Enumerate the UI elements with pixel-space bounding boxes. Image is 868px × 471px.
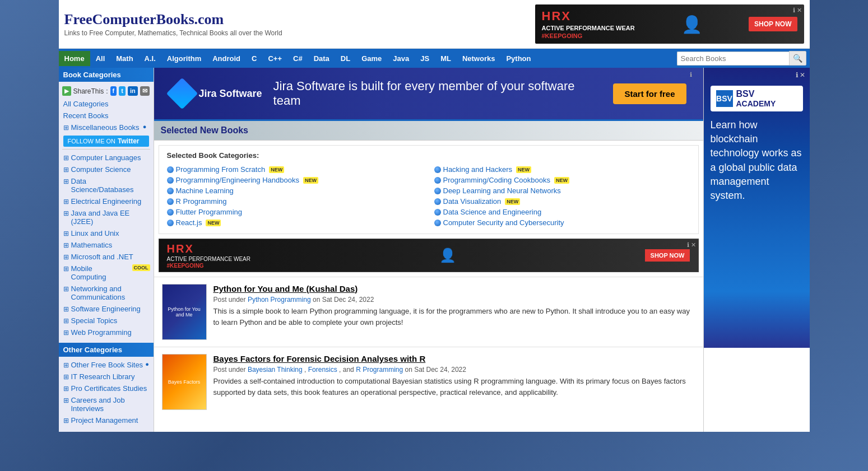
book-cover-python[interactable]: Python for You and Me [162,284,207,340]
python-category-link[interactable]: Python Programming [248,296,311,304]
nav-java[interactable]: Java [387,51,415,66]
cat-link[interactable]: Programming/Coding Cookbooks [443,176,550,184]
linux-link[interactable]: Linux and Unix [71,229,119,237]
other-free-sites-link[interactable]: Other Free Book Sites [71,361,143,369]
sidebar-item-linux[interactable]: ⊞ Linux and Unix [59,227,154,239]
cat-hacking[interactable]: Hacking and Hackers NEW [434,164,690,175]
info-dot2[interactable]: ● [145,361,149,367]
sidebar-item-special-topics[interactable]: ⊞ Special Topics [59,315,154,327]
jira-cta-button[interactable]: Start for free [613,83,686,104]
cat-data-science-engineering[interactable]: Data Science and Engineering [434,207,690,217]
sidebar-item-miscellaneous-books[interactable]: ⊞ Miscellaneous Books ● [59,122,154,133]
inner-ad-info-icon[interactable]: ℹ [687,241,689,249]
nav-python[interactable]: Python [500,51,536,66]
linkedin-icon[interactable]: in [128,86,138,96]
mobile-computing-link[interactable]: Mobile Computing [71,264,129,281]
cat-link[interactable]: Programming From Scratch [176,165,266,174]
twitter-icon[interactable]: t [119,86,126,96]
java-link[interactable]: Java and Java EE (J2EE) [71,209,150,226]
cat-flutter[interactable]: Flutter Programming [167,207,423,217]
it-research-link[interactable]: IT Research Library [71,372,135,381]
sidebar-item-it-research[interactable]: ⊞ IT Research Library [59,371,154,383]
nav-home[interactable]: Home [59,51,90,66]
right-ad-close-icon[interactable]: ✕ [800,71,805,79]
sidebar-item-software-engineering[interactable]: ⊞ Software Engineering [59,303,154,315]
sidebar-item-computer-science[interactable]: ⊞ Computer Science [59,164,154,175]
ad-info-icon[interactable]: ℹ [793,7,795,14]
sidebar-item-web-programming[interactable]: ⊞ Web Programming [59,327,154,338]
sidebar-item-electrical-engineering[interactable]: ⊞ Electrical Engineering [59,195,154,207]
networking-link[interactable]: Networking and Communications [71,285,150,301]
mathematics-link[interactable]: Mathematics [71,241,113,249]
cat-link[interactable]: Machine Learning [176,186,234,195]
right-ad-info-icon[interactable]: ℹ [796,71,799,79]
sidebar-item-other-free-sites[interactable]: ⊞ Other Free Book Sites ● [59,359,154,371]
r-programming-link[interactable]: R Programming [356,366,403,374]
facebook-icon[interactable]: f [110,86,117,96]
nav-c[interactable]: C [246,51,262,66]
nav-ai[interactable]: A.I. [139,51,161,66]
inner-ad-close-icon[interactable]: ✕ [691,241,696,249]
sidebar-item-pro-certificates[interactable]: ⊞ Pro Certificates Studies [59,383,154,394]
nav-dl[interactable]: DL [335,51,356,66]
cat-link[interactable]: Data Science and Engineering [443,208,542,216]
sidebar-item-mobile-computing[interactable]: ⊞ Mobile Computing COOL [59,263,154,283]
microsoft-link[interactable]: Microsoft and .NET [71,253,133,261]
ad-shop-now[interactable]: SHOP NOW [749,17,797,31]
python-book-title[interactable]: Python for You and Me (Kushal Das) [213,284,695,293]
data-science-link[interactable]: Data Science/Databases [71,177,150,194]
computer-science-link[interactable]: Computer Science [71,165,131,174]
cat-deep-learning[interactable]: Deep Learning and Neural Networks [434,185,690,196]
bayes-book-title[interactable]: Bayes Factors for Forensic Decision Anal… [213,354,695,363]
email-icon[interactable]: ✉ [140,86,150,96]
search-input[interactable] [677,52,789,66]
cat-link[interactable]: Flutter Programming [176,208,242,216]
cat-link[interactable]: React.js [176,218,202,227]
recent-books-link[interactable]: Recent Books [63,111,109,120]
sidebar-item-microsoft[interactable]: ⊞ Microsoft and .NET [59,251,154,263]
cat-link[interactable]: Data Visualization [443,197,502,206]
sidebar-item-java[interactable]: ⊞ Java and Java EE (J2EE) [59,207,154,227]
software-engineering-link[interactable]: Software Engineering [71,305,141,313]
sidebar-item-project-management[interactable]: ⊞ Project Management [59,414,154,426]
search-button[interactable]: 🔍 [789,51,806,66]
sidebar-item-computer-languages[interactable]: ⊞ Computer Languages [59,152,154,164]
cat-cybersecurity[interactable]: Computer Security and Cybersecurity [434,217,690,228]
sidebar-item-careers[interactable]: ⊞ Careers and Job Interviews [59,394,154,414]
project-management-link[interactable]: Project Management [71,416,138,425]
electrical-engineering-link[interactable]: Electrical Engineering [71,197,142,206]
web-programming-link[interactable]: Web Programming [71,328,132,337]
all-categories-link[interactable]: All Categories [63,100,109,108]
nav-algorithm[interactable]: Algorithm [161,51,207,66]
cat-link[interactable]: R Programming [176,197,227,206]
sidebar-item-data-science[interactable]: ⊞ Data Science/Databases [59,175,154,195]
forensics-link[interactable]: Forensics [308,366,337,374]
cat-coding-cookbooks[interactable]: Programming/Coding Cookbooks NEW [434,175,690,185]
computer-languages-link[interactable]: Computer Languages [71,153,141,162]
nav-cpp[interactable]: C++ [262,51,287,66]
sidebar-item-recent-books[interactable]: Recent Books [59,110,154,122]
cat-reactjs[interactable]: React.js NEW [167,217,423,228]
book-cover-bayes[interactable]: Bayes Factors [162,354,207,410]
cat-programming-from-scratch[interactable]: Programming From Scratch NEW [167,164,423,175]
info-dot[interactable]: ● [143,123,147,130]
special-topics-link[interactable]: Special Topics [71,316,118,325]
nav-data[interactable]: Data [308,51,335,66]
jira-ad-info-icon[interactable]: ℹ [690,71,692,78]
cat-data-visualization[interactable]: Data Visualization NEW [434,196,690,207]
nav-android[interactable]: Android [207,51,246,66]
inner-ad-shop-now[interactable]: SHOP NOW [645,249,690,262]
sidebar-item-mathematics[interactable]: ⊞ Mathematics [59,239,154,251]
nav-ml[interactable]: ML [435,51,457,66]
ad-close-icon[interactable]: ✕ [797,7,802,14]
nav-networks[interactable]: Networks [457,51,501,66]
bayesian-thinking-link[interactable]: Bayesian Thinking [248,366,303,374]
careers-link[interactable]: Careers and Job Interviews [71,396,150,413]
cat-link[interactable]: Programming/Engineering Handbooks [176,176,299,184]
cat-link[interactable]: Computer Security and Cybersecurity [443,218,564,227]
twitter-follow-button[interactable]: FOLLOW ME ON Twitter [63,136,149,147]
share-this-icon[interactable]: ▶ [62,86,71,96]
miscellaneous-books-link[interactable]: Miscellaneous Books [71,123,140,132]
nav-game[interactable]: Game [356,51,387,66]
nav-all[interactable]: All [90,51,111,66]
